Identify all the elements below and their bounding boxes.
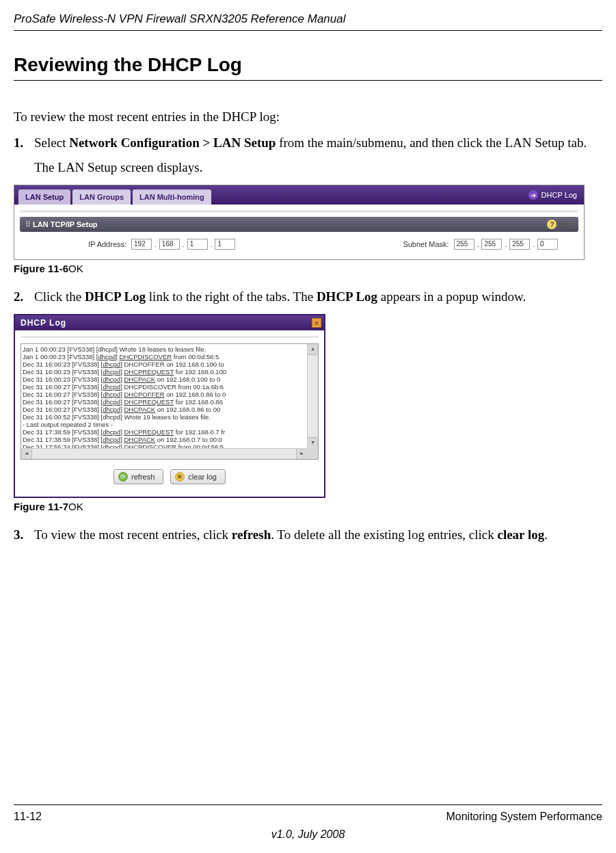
manual-title: ProSafe Wireless-N VPN Firewall SRXN3205…: [14, 12, 602, 26]
ip-address-label: IP Address:: [88, 240, 126, 248]
step2-suffix: appears in a popup window.: [377, 289, 526, 304]
step2-prefix: Click the: [34, 289, 85, 304]
lan-setup-figure: LAN Setup LAN Groups LAN Multi-homing ➜ …: [14, 185, 585, 260]
horizontal-scrollbar[interactable]: ◀ ▶: [21, 448, 307, 459]
dhcp-log-figure: DHCP Log ✕ Jan 1 00:00:23 [FVS338] [dhcp…: [14, 314, 325, 498]
intro-text: To review the most recent entries in the…: [14, 109, 602, 124]
step3-suffix: .: [544, 527, 548, 542]
lan-tab-bar: LAN Setup LAN Groups LAN Multi-homing ➜ …: [14, 185, 584, 205]
log-line: Dec 31 17:38:59 [FVS338] [dhcpd] DHCPACK…: [23, 436, 306, 443]
log-line: Dec 31 16:00:27 [FVS338] [dhcpd] DHCPREQ…: [23, 398, 306, 406]
clear-log-button[interactable]: ✖ clear log: [170, 469, 226, 484]
subnet-octet-3[interactable]: 255: [509, 239, 530, 250]
refresh-button[interactable]: ⟳ refresh: [113, 469, 163, 484]
divider: [21, 336, 319, 338]
log-line: Dec 31 17:38:59 [FVS338] [dhcpd] DHCPREQ…: [23, 428, 306, 436]
refresh-label: refresh: [131, 473, 155, 481]
help-text: help: [559, 221, 573, 228]
clear-icon: ✖: [175, 472, 185, 482]
footer-version: v1.0, July 2008: [14, 828, 602, 841]
log-line: Dec 31 16:00:52 [FVS338] [dhcpd] Wrote 1…: [23, 413, 306, 421]
log-line: Dec 31 16:00:27 [FVS338] [dhcpd] DHCPOFF…: [23, 391, 306, 398]
log-line: Dec 31 16:00:27 [FVS338] [dhcpd] DHCPDIS…: [23, 383, 306, 391]
lan-section-title-text: ⠿ LAN TCP/IP Setup: [25, 220, 98, 229]
figure-label: Figure 11-7: [14, 501, 68, 512]
step-number: 1.: [14, 135, 34, 150]
figure-status: OK: [68, 263, 83, 274]
log-content: Jan 1 00:00:23 [FVS338] [dhcpd] Wrote 18…: [21, 344, 307, 448]
log-line: Dec 31 16:00:23 [FVS338] [dhcpd] DHCPREQ…: [23, 368, 306, 376]
log-line: Dec 31 16:00:23 [FVS338] [dhcpd] DHCPOFF…: [23, 360, 306, 368]
subnet-mask-group: Subnet Mask: 255. 255. 255. 0: [403, 239, 558, 250]
dhcp-log-title: DHCP Log: [18, 318, 66, 328]
subnet-octet-1[interactable]: 255: [454, 239, 474, 250]
step1-subtext: The LAN Setup screen displays.: [34, 160, 602, 175]
step-number: 2.: [14, 289, 34, 304]
tab-lan-setup[interactable]: LAN Setup: [18, 189, 70, 205]
page-number: 11-12: [14, 811, 42, 823]
scroll-down-icon[interactable]: ▼: [308, 437, 318, 448]
dhcp-log-body: Jan 1 00:00:23 [FVS338] [dhcpd] Wrote 18…: [15, 330, 324, 497]
step3-bold2: clear log: [497, 527, 544, 542]
dhcp-log-titlebar: DHCP Log ✕: [15, 315, 324, 330]
scroll-left-icon[interactable]: ◀: [21, 449, 32, 459]
figure-status: OK: [68, 501, 83, 512]
ip-octet-3[interactable]: 1: [187, 239, 208, 250]
log-line: Jan 1 00:00:23 [FVS338] [dhcpd] Wrote 18…: [23, 345, 306, 353]
log-line: Dec 31 16:00:27 [FVS338] [dhcpd] DHCPACK…: [23, 406, 306, 413]
step3-prefix: To view the most recent entries, click: [34, 527, 232, 542]
log-line: Jan 1 00:00:23 [FVS338] [dhcpd] DHCPDISC…: [23, 353, 306, 360]
scroll-right-icon[interactable]: ▶: [296, 449, 307, 459]
dhcp-log-link-label: DHCP Log: [541, 191, 577, 199]
step1-bold1: Network Configuration > LAN Setup: [69, 135, 276, 150]
step1-prefix: Select: [34, 135, 69, 150]
scroll-corner: [307, 448, 318, 459]
page-footer: 11-12 Monitoring System Performance v1.0…: [14, 804, 602, 841]
lan-fields-row: IP Address: 192. 168. 1. 1 Subnet Mask: …: [20, 232, 578, 252]
step1-suffix: from the main/submenu, and then click th…: [276, 135, 587, 150]
ip-octet-1[interactable]: 192: [131, 239, 152, 250]
subnet-octet-4[interactable]: 0: [537, 239, 558, 250]
step-body: Click the DHCP Log link to the right of …: [34, 289, 602, 304]
step2-bold2: DHCP Log: [317, 289, 377, 304]
step-1: 1. Select Network Configuration > LAN Se…: [14, 135, 602, 150]
step-body: To view the most recent entries, click r…: [34, 527, 602, 542]
log-buttons-row: ⟳ refresh ✖ clear log: [21, 460, 319, 491]
tab-lan-groups[interactable]: LAN Groups: [72, 189, 131, 205]
subnet-mask-label: Subnet Mask:: [403, 240, 448, 248]
ip-octet-2[interactable]: 168: [159, 239, 180, 250]
arrow-right-icon: ➜: [528, 190, 538, 200]
section-heading: Reviewing the DHCP Log: [14, 31, 602, 81]
figure-11-6-caption: Figure 11-6OK: [14, 263, 602, 274]
clear-label: clear log: [188, 473, 217, 481]
lan-body: ⠿ LAN TCP/IP Setup ?help IP Address: 192…: [14, 205, 584, 259]
step-number: 3.: [14, 527, 34, 542]
footer-section: Monitoring System Performance: [446, 811, 602, 823]
log-line: - Last output repeated 2 times -: [23, 421, 306, 428]
ip-address-group: IP Address: 192. 168. 1. 1: [88, 239, 235, 250]
log-textarea[interactable]: Jan 1 00:00:23 [FVS338] [dhcpd] Wrote 18…: [21, 343, 319, 460]
help-icon: ?: [547, 220, 557, 229]
log-line: Dec 31 16:00:23 [FVS338] [dhcpd] DHCPACK…: [23, 376, 306, 383]
help-wrap[interactable]: ?help: [547, 220, 573, 229]
step3-bold1: refresh: [232, 527, 271, 542]
ip-octet-4[interactable]: 1: [215, 239, 235, 250]
step2-mid: link to the right of the tabs. The: [146, 289, 317, 304]
vertical-scrollbar[interactable]: ▲ ▼: [307, 344, 318, 448]
subnet-octet-2[interactable]: 255: [481, 239, 502, 250]
close-icon[interactable]: ✕: [312, 318, 321, 328]
step-2: 2. Click the DHCP Log link to the right …: [14, 289, 602, 304]
tab-lan-multi-homing[interactable]: LAN Multi-homing: [133, 189, 211, 205]
step-body: Select Network Configuration > LAN Setup…: [34, 135, 602, 150]
figure-11-7-caption: Figure 11-7OK: [14, 501, 602, 512]
step2-bold1: DHCP Log: [85, 289, 146, 304]
lan-section-title: ⠿ LAN TCP/IP Setup ?help: [20, 217, 578, 232]
refresh-icon: ⟳: [118, 472, 128, 482]
dhcp-log-link[interactable]: ➜ DHCP Log: [528, 190, 577, 200]
figure-label: Figure 11-6: [14, 263, 68, 274]
log-line: Dec 31 17:55:34 [FVS338] [dhcpd] DHCPDIS…: [23, 443, 306, 448]
scroll-up-icon[interactable]: ▲: [308, 344, 318, 355]
step-3: 3. To view the most recent entries, clic…: [14, 527, 602, 542]
step3-mid: . To delete all the existing log entries…: [271, 527, 497, 542]
